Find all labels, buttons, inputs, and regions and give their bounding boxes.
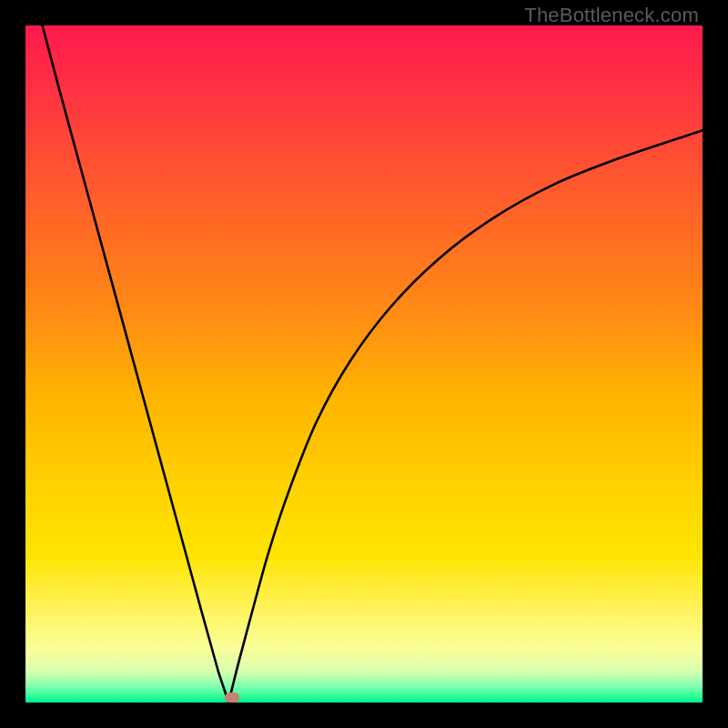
minimum-marker-dot (225, 693, 239, 703)
svg-rect-0 (25, 25, 703, 703)
heat-gradient-background (25, 25, 703, 703)
chart-plot-area (25, 25, 703, 703)
watermark-text: TheBottleneck.com (524, 4, 699, 27)
